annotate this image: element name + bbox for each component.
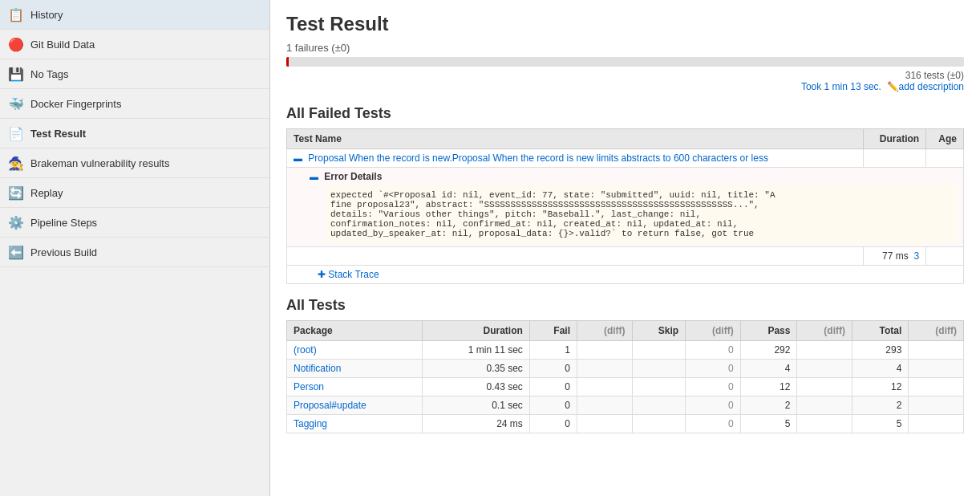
table-cell	[797, 396, 852, 415]
error-duration-cell: 77 ms 3	[863, 247, 925, 266]
table-cell: 4	[740, 360, 797, 378]
all-tests-title: All Tests	[286, 297, 964, 314]
docker-fingerprints-icon: 🐳	[8, 96, 24, 112]
age-link[interactable]: 3	[913, 250, 919, 262]
sidebar-item-previous-build[interactable]: ⬅️Previous Build	[0, 238, 269, 267]
table-cell: 1	[529, 341, 577, 360]
package-link[interactable]: (root)	[294, 344, 317, 356]
sidebar-item-docker-fingerprints[interactable]: 🐳Docker Fingerprints	[0, 89, 269, 119]
history-icon: 📋	[8, 6, 24, 22]
table-cell: 2	[740, 396, 797, 415]
duration-link[interactable]: Took 1 min 13 sec.	[801, 81, 881, 92]
no-tags-icon: 💾	[8, 66, 24, 82]
table-cell	[632, 396, 686, 415]
sidebar-item-no-tags[interactable]: 💾No Tags	[0, 59, 269, 89]
sidebar-label-docker-fingerprints: Docker Fingerprints	[30, 98, 121, 110]
table-cell: 2	[852, 396, 909, 415]
table-row: (root)1 min 11 sec10292293	[287, 341, 964, 360]
table-cell: 292	[740, 341, 797, 360]
table-cell: 0	[529, 360, 577, 378]
table-cell: 12	[852, 378, 909, 396]
package-link[interactable]: Person	[294, 381, 324, 392]
col-duration: Duration	[863, 129, 925, 149]
table-cell: 0	[686, 415, 741, 433]
sidebar-label-test-result: Test Result	[30, 128, 86, 140]
table-cell: 0	[686, 396, 741, 415]
previous-build-icon: ⬅️	[8, 244, 24, 260]
at-col-duration: Duration	[423, 321, 530, 341]
sidebar-label-brakeman: Brakeman vulnerability results	[30, 157, 169, 169]
table-row: Proposal#update0.1 sec0022	[287, 396, 964, 415]
table-cell	[797, 341, 852, 360]
error-details-row: ▬ Error Details expected `#<Proposal id:…	[287, 168, 964, 247]
at-col-skip-diff: (diff)	[686, 321, 741, 341]
sidebar-item-git-build-data[interactable]: 🔴Git Build Data	[0, 30, 269, 59]
pipeline-steps-icon: ⚙️	[8, 214, 24, 230]
expand-icon[interactable]: ▬	[310, 172, 318, 181]
at-col-fail-diff: (diff)	[577, 321, 633, 341]
package-link[interactable]: Notification	[294, 363, 341, 374]
stats-row: 316 tests (±0) Took 1 min 13 sec. ✏️add …	[286, 70, 964, 92]
main-content: Test Result 1 failures (±0) 316 tests (±…	[270, 0, 980, 496]
table-cell	[797, 415, 852, 433]
sidebar-item-brakeman[interactable]: 🧙Brakeman vulnerability results	[0, 148, 269, 178]
failed-test-link[interactable]: Proposal When the record is new.Proposal…	[308, 152, 768, 164]
pencil-icon: ✏️	[887, 81, 899, 92]
error-details-cell: ▬ Error Details expected `#<Proposal id:…	[287, 168, 964, 247]
table-cell	[632, 360, 686, 378]
table-row: Person0.43 sec001212	[287, 378, 964, 396]
table-row: Notification0.35 sec0044	[287, 360, 964, 378]
sidebar-label-pipeline-steps: Pipeline Steps	[30, 217, 97, 229]
table-cell: 0.1 sec	[423, 396, 530, 415]
failed-tests-title: All Failed Tests	[286, 105, 964, 122]
at-col-total-diff: (diff)	[909, 321, 964, 341]
table-cell: 4	[852, 360, 909, 378]
table-cell	[909, 341, 964, 360]
package-link[interactable]: Tagging	[294, 418, 327, 429]
sidebar-item-history[interactable]: 📋History	[0, 0, 269, 30]
table-cell: 0	[529, 396, 577, 415]
sidebar-label-history: History	[30, 9, 63, 21]
error-meta-cell	[287, 247, 864, 266]
all-tests-table: Package Duration Fail (diff) Skip (diff)…	[286, 320, 964, 433]
col-age: Age	[926, 129, 964, 149]
table-cell: Notification	[287, 360, 423, 378]
sidebar-item-pipeline-steps[interactable]: ⚙️Pipeline Steps	[0, 208, 269, 238]
table-cell: 5	[740, 415, 797, 433]
at-col-pass: Pass	[740, 321, 797, 341]
table-cell: (root)	[287, 341, 423, 360]
error-meta-row: 77 ms 3	[287, 247, 964, 266]
table-cell	[577, 396, 633, 415]
table-cell	[909, 360, 964, 378]
brakeman-icon: 🧙	[8, 155, 24, 171]
table-cell	[577, 341, 633, 360]
failed-test-age-cell	[926, 149, 964, 168]
sidebar-item-replay[interactable]: 🔄Replay	[0, 178, 269, 208]
package-link[interactable]: Proposal#update	[294, 400, 366, 411]
table-cell: 0.35 sec	[423, 360, 530, 378]
table-cell: 24 ms	[423, 415, 530, 433]
table-cell: 0	[686, 341, 741, 360]
collapse-icon[interactable]: ▬	[294, 153, 302, 163]
plus-icon: ✚	[318, 269, 326, 280]
table-cell: 0	[686, 360, 741, 378]
table-cell	[909, 415, 964, 433]
table-row: Tagging24 ms0055	[287, 415, 964, 433]
failed-test-name-cell: ▬ Proposal When the record is new.Propos…	[287, 149, 864, 168]
failed-tests-table: Test Name Duration Age ▬ Proposal When t…	[286, 128, 964, 284]
sidebar-label-previous-build: Previous Build	[30, 246, 97, 258]
table-cell	[909, 378, 964, 396]
table-cell	[909, 396, 964, 415]
table-cell: Person	[287, 378, 423, 396]
table-cell	[632, 378, 686, 396]
table-cell	[797, 360, 852, 378]
stack-trace-link[interactable]: ✚ Stack Trace	[294, 269, 379, 280]
sidebar-label-no-tags: No Tags	[30, 68, 68, 80]
progress-bar	[286, 57, 964, 67]
sidebar-label-replay: Replay	[30, 187, 63, 199]
sidebar-item-test-result[interactable]: 📄Test Result	[0, 119, 269, 148]
progress-bar-fill	[286, 57, 289, 67]
table-cell: 293	[852, 341, 909, 360]
at-col-skip: Skip	[632, 321, 686, 341]
add-description-link[interactable]: add description	[899, 81, 964, 92]
